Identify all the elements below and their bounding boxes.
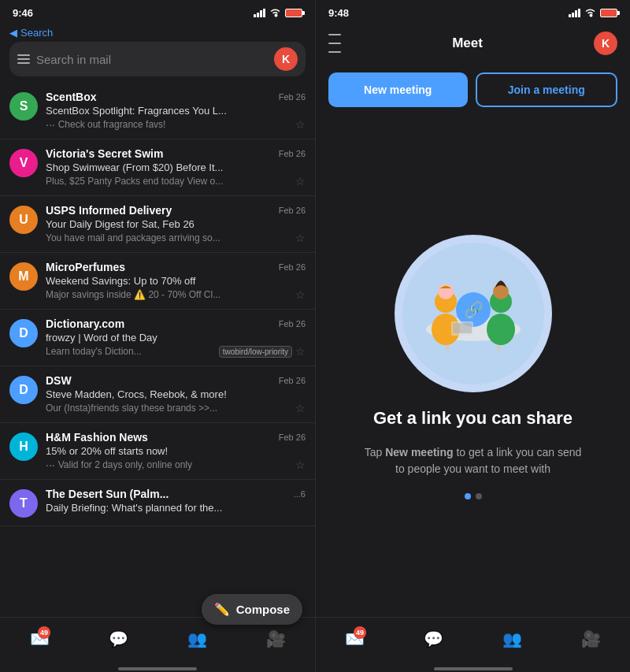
email-subject: Daily Briefing: What's planned for the..… — [46, 502, 306, 514]
more-icon: ··· — [46, 459, 55, 471]
right-nav-mail[interactable]: ✉️ 49 — [316, 629, 395, 648]
email-subject: frowzy | Word of the Day — [46, 332, 306, 343]
right-nav-chat[interactable]: 💬 — [395, 629, 473, 648]
right-avatar[interactable]: K — [594, 32, 617, 55]
email-avatar: D — [9, 376, 38, 404]
email-item[interactable]: MMicroPerfumesFeb 26Weekend Savings: Up … — [0, 253, 315, 310]
svg-text:🔗: 🔗 — [463, 300, 483, 319]
email-avatar: U — [9, 206, 38, 234]
nav-meet[interactable]: 🎥 — [236, 629, 315, 648]
email-subject: Steve Madden, Crocs, Reebok, & more! — [46, 388, 306, 400]
chat-icon: 💬 — [109, 629, 128, 648]
right-status-icons — [569, 9, 617, 17]
compose-button[interactable]: ✏️ Compose — [202, 594, 302, 625]
email-sender: MicroPerfumes — [46, 261, 125, 273]
nav-mail[interactable]: ✉️ 49 — [0, 629, 79, 648]
right-mail-badge: 49 — [354, 626, 366, 639]
email-date: Feb 26 — [279, 433, 306, 442]
email-avatar: M — [9, 262, 38, 291]
meet-title-text: Get a link you can share — [373, 408, 573, 429]
signal-icon — [254, 9, 265, 17]
right-panel: 9:48 Meet K New meetin — [315, 0, 630, 672]
left-status-icons — [254, 9, 302, 17]
right-hamburger-icon[interactable] — [328, 32, 341, 55]
compose-label: Compose — [236, 603, 290, 616]
hamburger-icon[interactable] — [17, 54, 30, 64]
right-nav-spaces[interactable]: 👥 — [473, 629, 552, 648]
email-item[interactable]: UUSPS Informed DeliveryFeb 26Your Daily … — [0, 196, 315, 253]
video-icon: 🎥 — [266, 629, 286, 648]
email-date: Feb 26 — [279, 149, 306, 158]
right-time: 9:48 — [328, 7, 349, 19]
email-preview: Major savings inside ⚠️ 20 - 70% Off Cl.… — [46, 289, 292, 300]
email-item[interactable]: TThe Desert Sun (Palm......6Daily Briefi… — [0, 480, 315, 526]
tag-badge: twobird/low-priority — [219, 346, 292, 358]
meet-svg-illustration: 🔗 — [402, 243, 544, 384]
email-subject: Weekend Savings: Up to 70% off — [46, 275, 306, 287]
search-bar-container: ◀ Search Search in mail K — [0, 24, 315, 83]
right-spaces-icon: 👥 — [502, 629, 522, 648]
email-sender: ScentBox — [46, 91, 97, 103]
email-sender: The Desert Sun (Palm... — [46, 488, 169, 500]
email-subject: ScentBox Spotlight: Fragrances You L... — [46, 105, 306, 117]
email-subject: 15% or 20% off starts now! — [46, 445, 306, 457]
star-icon[interactable]: ☆ — [295, 232, 306, 244]
star-icon[interactable]: ☆ — [295, 118, 306, 131]
star-icon[interactable]: ☆ — [295, 175, 306, 187]
right-nav-meet[interactable]: 🎥 — [551, 629, 630, 648]
email-list: SScentBoxFeb 26ScentBox Spotlight: Fragr… — [0, 83, 315, 617]
star-icon[interactable]: ☆ — [295, 288, 306, 301]
new-meeting-button[interactable]: New meeting — [328, 72, 468, 107]
right-chat-icon: 💬 — [424, 629, 443, 648]
email-item[interactable]: VVictoria's Secret SwimFeb 26Shop Swimwe… — [0, 139, 315, 196]
email-subject: Shop Swimwear (From $20) Before It... — [46, 162, 306, 173]
nav-chat[interactable]: 💬 — [79, 629, 158, 648]
right-bottom-nav: ✉️ 49 💬 👥 🎥 — [316, 617, 630, 664]
meet-buttons-container: New meeting Join a meeting — [316, 63, 630, 117]
email-item[interactable]: DDictionary.comFeb 26frowzy | Word of th… — [0, 310, 315, 366]
email-sender: Victoria's Secret Swim — [46, 147, 163, 160]
email-date: Feb 26 — [279, 92, 306, 102]
email-item[interactable]: DDSWFeb 26Steve Madden, Crocs, Reebok, &… — [0, 366, 315, 423]
join-meeting-button[interactable]: Join a meeting — [476, 72, 618, 107]
email-sender: DSW — [46, 374, 72, 387]
email-preview: Valid for 2 days only, online only — [58, 459, 292, 470]
more-icon: ··· — [46, 118, 55, 131]
svg-rect-0 — [254, 14, 256, 17]
email-avatar: V — [9, 149, 38, 177]
email-item[interactable]: HH&M Fashion NewsFeb 2615% or 20% off st… — [0, 423, 315, 480]
svg-point-17 — [493, 284, 509, 299]
battery-icon — [285, 9, 302, 17]
email-date: Feb 26 — [279, 262, 306, 272]
signal-icon-right — [569, 9, 580, 17]
svg-rect-1 — [257, 13, 259, 17]
email-avatar: D — [9, 319, 38, 347]
left-time: 9:46 — [13, 7, 33, 19]
meet-subtitle: Tap New meeting to get a link you can se… — [363, 444, 584, 477]
battery-icon-right — [600, 9, 617, 17]
search-bar[interactable]: Search in mail K — [9, 42, 306, 76]
meet-subtitle-container: Tap New meeting to get a link you can se… — [363, 444, 584, 477]
dot-2 — [476, 493, 482, 499]
meet-carousel-dots — [465, 493, 482, 499]
spaces-icon: 👥 — [187, 629, 207, 648]
email-item[interactable]: SScentBoxFeb 26ScentBox Spotlight: Fragr… — [0, 83, 315, 139]
svg-rect-5 — [572, 13, 574, 17]
email-preview: You have mail and packages arriving so..… — [46, 232, 292, 243]
left-panel: 9:46 ◀ Search — [0, 0, 315, 672]
meet-circle-image: 🔗 — [395, 235, 552, 392]
dot-1 — [465, 493, 471, 499]
nav-spaces[interactable]: 👥 — [158, 629, 236, 648]
star-icon[interactable]: ☆ — [295, 459, 306, 471]
email-date: Feb 26 — [279, 319, 306, 329]
back-arrow[interactable]: ◀ Search — [9, 27, 306, 39]
svg-rect-21 — [453, 323, 472, 333]
left-status-bar: 9:46 — [0, 0, 315, 24]
search-input[interactable]: Search in mail — [36, 53, 268, 66]
email-subject: Your Daily Digest for Sat, Feb 26 — [46, 218, 306, 230]
email-avatar: T — [9, 489, 38, 518]
star-icon[interactable]: ☆ — [295, 402, 306, 414]
avatar[interactable]: K — [274, 47, 298, 71]
star-icon[interactable]: ☆ — [295, 345, 306, 358]
email-preview: Check out fragrance favs! — [58, 119, 292, 130]
